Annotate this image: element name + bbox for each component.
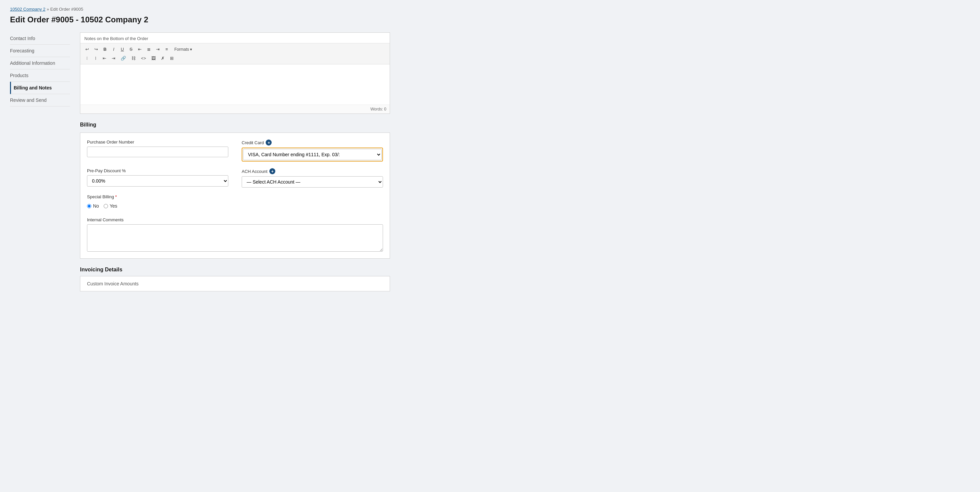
- notes-label: Notes on the Bottom of the Order: [80, 33, 390, 43]
- credit-card-header: Credit Card +: [242, 139, 383, 145]
- sidebar-item-forecasting[interactable]: Forecasting: [10, 45, 70, 57]
- insert-link-button[interactable]: 🔗: [118, 54, 128, 62]
- outdent-button[interactable]: ⇤: [100, 54, 109, 62]
- ach-account-label: ACH Account: [242, 169, 267, 174]
- sidebar-item-additional-information[interactable]: Additional Information: [10, 57, 70, 69]
- strikethrough-button[interactable]: S: [127, 45, 135, 53]
- special-billing-radio-group: No Yes: [87, 201, 228, 211]
- breadcrumb-company-link[interactable]: 10502 Company 2: [10, 7, 45, 12]
- special-billing-no-radio[interactable]: [87, 204, 91, 208]
- billing-card: Purchase Order Number Credit Card +: [80, 133, 390, 259]
- align-center-button[interactable]: ≣: [145, 45, 153, 53]
- internal-comments-label: Internal Comments: [87, 217, 383, 222]
- main-content: Notes on the Bottom of the Order ↩ ↪ B I…: [80, 32, 390, 291]
- notes-section: Notes on the Bottom of the Order ↩ ↪ B I…: [80, 32, 390, 114]
- italic-button[interactable]: I: [110, 45, 118, 53]
- add-ach-account-icon[interactable]: +: [269, 168, 275, 174]
- credit-card-label: Credit Card: [242, 140, 264, 145]
- pre-pay-discount-label: Pre-Pay Discount %: [87, 168, 228, 173]
- invoicing-subtitle: Custom Invoice Amounts: [87, 281, 383, 286]
- unordered-list-button[interactable]: ⁝: [83, 54, 91, 62]
- align-left-button[interactable]: ⇤: [136, 45, 144, 53]
- special-billing-yes-radio[interactable]: [103, 204, 108, 208]
- breadcrumb-current: Edit Order #9005: [50, 7, 83, 12]
- pre-pay-discount-select[interactable]: 0.00% 1.00% 2.00% 5.00%: [87, 175, 228, 187]
- sidebar-item-review-and-send[interactable]: Review and Send: [10, 94, 70, 107]
- underline-button[interactable]: U: [118, 45, 126, 53]
- special-billing-no-label: No: [93, 203, 99, 209]
- special-billing-yes-option[interactable]: Yes: [103, 203, 117, 209]
- editor-toolbar: ↩ ↪ B I U S ⇤ ≣ ⇥ ≡ Formats ▾ ⁝ ⁞: [80, 43, 390, 64]
- credit-card-group: Credit Card + VISA, Card Number ending #…: [242, 139, 383, 161]
- special-billing-no-option[interactable]: No: [87, 203, 99, 209]
- remove-link-button[interactable]: ⛓: [129, 54, 138, 62]
- credit-card-select-wrapper: VISA, Card Number ending #1111, Exp. 03/…: [242, 147, 383, 161]
- toolbar-row-2: ⁝ ⁞ ⇤ ⇥ 🔗 ⛓ <> 🖼 ✗ ⊞: [83, 54, 387, 62]
- purchase-order-input[interactable]: [87, 147, 228, 157]
- breadcrumb: 10502 Company 2 » Edit Order #9005: [10, 7, 390, 12]
- invoicing-section-title: Invoicing Details: [80, 267, 390, 273]
- clear-formatting-button[interactable]: ✗: [159, 54, 167, 62]
- breadcrumb-separator: »: [47, 7, 49, 12]
- insert-image-button[interactable]: 🖼: [149, 54, 158, 62]
- credit-card-select[interactable]: VISA, Card Number ending #1111, Exp. 03/…: [243, 149, 382, 160]
- invoicing-card: Custom Invoice Amounts: [80, 276, 390, 291]
- purchase-order-group: Purchase Order Number: [87, 139, 228, 161]
- sidebar: Contact Info Forecasting Additional Info…: [10, 32, 70, 291]
- billing-grid: Purchase Order Number Credit Card +: [87, 139, 383, 252]
- ach-account-header: ACH Account +: [242, 168, 383, 174]
- invoicing-section: Invoicing Details Custom Invoice Amounts: [80, 267, 390, 291]
- editor-body[interactable]: [80, 64, 390, 104]
- ach-account-select[interactable]: — Select ACH Account —: [242, 176, 383, 188]
- code-button[interactable]: <>: [138, 54, 148, 62]
- purchase-order-label: Purchase Order Number: [87, 139, 228, 145]
- formats-button[interactable]: Formats ▾: [171, 46, 195, 53]
- special-billing-yes-label: Yes: [110, 203, 117, 209]
- sidebar-item-billing-and-notes[interactable]: Billing and Notes: [10, 82, 70, 94]
- page-title: Edit Order #9005 - 10502 Company 2: [10, 15, 390, 24]
- special-billing-label: Special Billing: [87, 194, 228, 199]
- add-credit-card-icon[interactable]: +: [266, 139, 272, 145]
- indent-button[interactable]: ⇥: [109, 54, 118, 62]
- align-right-button[interactable]: ⇥: [154, 45, 162, 53]
- undo-button[interactable]: ↩: [83, 45, 91, 53]
- bold-button[interactable]: B: [101, 45, 109, 53]
- sidebar-item-products[interactable]: Products: [10, 69, 70, 82]
- insert-table-button[interactable]: ⊞: [168, 54, 176, 62]
- ach-account-group: ACH Account + — Select ACH Account —: [242, 168, 383, 188]
- special-billing-group: Special Billing No Yes: [87, 194, 228, 211]
- justify-button[interactable]: ≡: [163, 45, 171, 53]
- internal-comments-group: Internal Comments: [87, 217, 383, 252]
- billing-section: Billing Purchase Order Number Credit Car…: [80, 122, 390, 259]
- words-count: Words: 0: [80, 104, 390, 113]
- toolbar-row-1: ↩ ↪ B I U S ⇤ ≣ ⇥ ≡ Formats ▾: [83, 45, 387, 53]
- redo-button[interactable]: ↪: [92, 45, 100, 53]
- billing-section-title: Billing: [80, 122, 390, 128]
- pre-pay-discount-group: Pre-Pay Discount % 0.00% 1.00% 2.00% 5.0…: [87, 168, 228, 188]
- sidebar-item-contact-info[interactable]: Contact Info: [10, 32, 70, 45]
- ordered-list-button[interactable]: ⁞: [92, 54, 100, 62]
- internal-comments-textarea[interactable]: [87, 224, 383, 252]
